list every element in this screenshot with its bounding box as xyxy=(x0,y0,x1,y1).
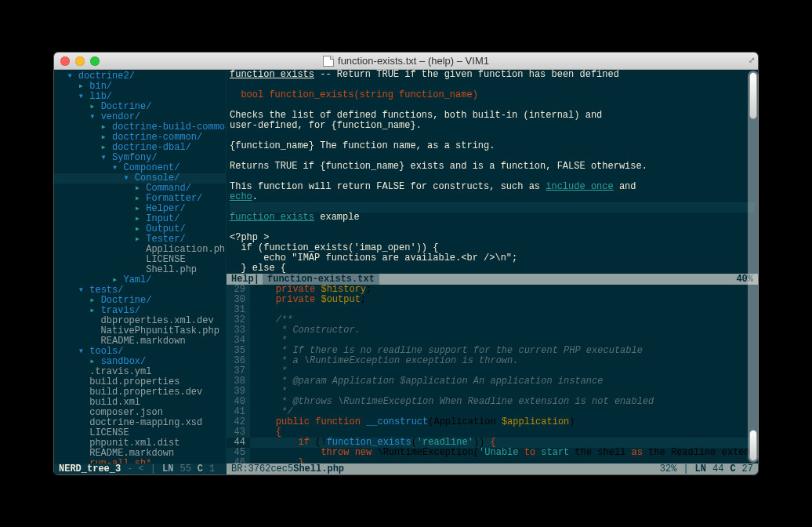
help-line: echo "IMAP functions are available.<br /… xyxy=(230,253,755,264)
code-line[interactable]: 45 throw new \RuntimeException('Unable t… xyxy=(227,448,758,458)
document-icon xyxy=(323,56,334,67)
help-line: Returns TRUE if {function_name} exists a… xyxy=(230,162,755,172)
app-window: function-exists.txt – (help) – VIM1 ⤢ ▾ … xyxy=(53,52,759,475)
code-line[interactable]: 43 { xyxy=(227,427,758,438)
right-panes: function_exists -- Return TRUE if the gi… xyxy=(227,70,758,474)
help-line: {function_name} The function name, as a … xyxy=(230,141,755,151)
code-line[interactable]: 42 public function __construct(Applicati… xyxy=(227,417,758,427)
help-status: Help | function-exists.txt 40% xyxy=(227,274,758,285)
window-title: function-exists.txt – (help) – VIM1 xyxy=(338,56,489,66)
code-line[interactable]: 38 * @param Application $application An … xyxy=(227,376,758,387)
code-status: BR: 3762cec5 Shell.php 32% | LN 44 C 27 xyxy=(227,463,758,474)
code-line[interactable]: 34 * xyxy=(227,336,758,346)
code-line[interactable]: 33 * Constructor. xyxy=(227,325,758,336)
code-line[interactable]: 40 * @throws \RuntimeException When Read… xyxy=(227,397,758,407)
line-number: 46 xyxy=(227,458,250,463)
code-line[interactable]: 36 * a \RuntimeException exception is th… xyxy=(227,356,758,366)
help-line: user-defined, for {function_name}. xyxy=(230,121,755,131)
code-line[interactable]: 39 * xyxy=(227,387,758,397)
tree-status: NERD_tree_3 - < | LN 55 C 1 xyxy=(54,463,226,474)
help-line: This function will return FALSE for cons… xyxy=(230,182,755,192)
file-tree[interactable]: ▾ doctrine2/ ▸ bin/ ▾ lib/ ▸ Doctrine/ ▾… xyxy=(54,70,227,474)
code-line[interactable]: 32 /** xyxy=(227,315,758,325)
code-line[interactable]: 37 * xyxy=(227,366,758,376)
scroll-thumb[interactable] xyxy=(749,72,757,119)
help-line: } else { xyxy=(230,264,755,274)
code-line[interactable]: 31 xyxy=(227,305,758,315)
maximize-icon[interactable] xyxy=(90,56,100,66)
help-line: function_exists -- Return TRUE if the gi… xyxy=(230,70,755,80)
code-pane[interactable]: 29 private $history;30 private $output;3… xyxy=(227,285,758,474)
code-line[interactable]: 35 * If there is no readline support for… xyxy=(227,346,758,356)
help-line xyxy=(230,223,755,233)
code-line[interactable]: 30 private $output; xyxy=(227,295,758,305)
help-pane[interactable]: function_exists -- Return TRUE if the gi… xyxy=(227,70,758,285)
editor-content: ▾ doctrine2/ ▸ bin/ ▾ lib/ ▸ Doctrine/ ▾… xyxy=(54,70,758,474)
scrollbar[interactable] xyxy=(748,71,759,463)
help-line: function_exists example xyxy=(230,213,755,223)
scroll-thumb[interactable] xyxy=(749,430,757,461)
titlebar: function-exists.txt – (help) – VIM1 ⤢ xyxy=(54,53,758,70)
code-line[interactable]: 44 if (!function_exists('readline')) { xyxy=(227,438,758,448)
help-line: bool function_exists(string function_nam… xyxy=(230,90,755,100)
resize-icon[interactable]: ⤢ xyxy=(749,56,755,66)
code-line[interactable]: 41 */ xyxy=(227,407,758,417)
help-line: echo. xyxy=(230,192,755,202)
code-line[interactable]: 46 } xyxy=(227,458,758,463)
close-icon[interactable] xyxy=(60,56,70,66)
code-line[interactable]: 29 private $history; xyxy=(227,285,758,295)
minimize-icon[interactable] xyxy=(75,56,85,66)
